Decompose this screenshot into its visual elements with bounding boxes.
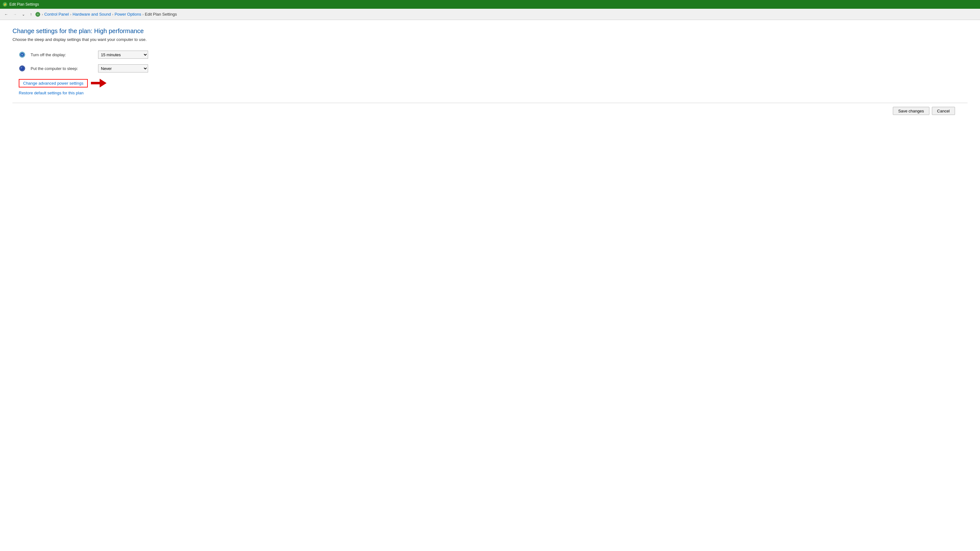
display-setting-row: Turn off the display: 15 minutes Never 1…: [19, 51, 967, 59]
up-button[interactable]: ↑: [28, 11, 34, 18]
breadcrumb-current: Edit Plan Settings: [145, 12, 177, 17]
breadcrumb-power-options[interactable]: Power Options: [115, 12, 141, 17]
sleep-icon: [19, 65, 25, 72]
red-arrow-icon: [91, 79, 107, 87]
app-icon: ⚡: [3, 2, 8, 7]
forward-button[interactable]: →: [11, 11, 19, 18]
svg-marker-9: [91, 79, 107, 87]
breadcrumb-hardware-sound[interactable]: Hardware and Sound: [73, 12, 111, 17]
advanced-power-link[interactable]: Change advanced power settings: [19, 79, 88, 87]
title-bar: ⚡ Edit Plan Settings: [0, 0, 980, 9]
page-subtitle: Choose the sleep and display settings th…: [13, 37, 967, 42]
title-bar-text: Edit Plan Settings: [10, 2, 39, 6]
nav-bar: ← → ⌄ ↑ › Control Panel › Hardware and S…: [0, 9, 980, 20]
dropdown-button[interactable]: ⌄: [20, 11, 27, 18]
svg-point-7: [20, 67, 24, 70]
save-changes-button[interactable]: Save changes: [893, 107, 929, 115]
footer-buttons: Save changes Cancel: [13, 103, 967, 115]
breadcrumb: › Control Panel › Hardware and Sound › P…: [35, 11, 177, 17]
page-title: Change settings for the plan: High perfo…: [13, 27, 967, 35]
advanced-link-row: Change advanced power settings: [19, 79, 967, 87]
svg-point-5: [21, 54, 23, 56]
svg-text:⚡: ⚡: [3, 3, 7, 6]
svg-point-8: [21, 67, 22, 69]
sleep-setting-row: Put the computer to sleep: Never 1 minut…: [19, 64, 967, 73]
back-button[interactable]: ←: [3, 11, 10, 18]
restore-link-row: Restore default settings for this plan: [19, 91, 967, 95]
restore-defaults-link[interactable]: Restore default settings for this plan: [19, 91, 83, 95]
sleep-select[interactable]: Never 1 minute 5 minutes 15 minutes 30 m…: [98, 64, 148, 73]
cancel-button[interactable]: Cancel: [932, 107, 955, 115]
breadcrumb-control-panel[interactable]: Control Panel: [45, 12, 69, 17]
control-panel-icon: [35, 11, 41, 17]
display-icon: [19, 51, 25, 58]
settings-grid: Turn off the display: 15 minutes Never 1…: [19, 51, 967, 73]
display-select[interactable]: 15 minutes Never 1 minute 5 minutes 30 m…: [98, 51, 148, 59]
display-label: Turn off the display:: [30, 52, 93, 57]
sleep-label: Put the computer to sleep:: [30, 66, 93, 71]
main-content: Change settings for the plan: High perfo…: [0, 20, 980, 122]
